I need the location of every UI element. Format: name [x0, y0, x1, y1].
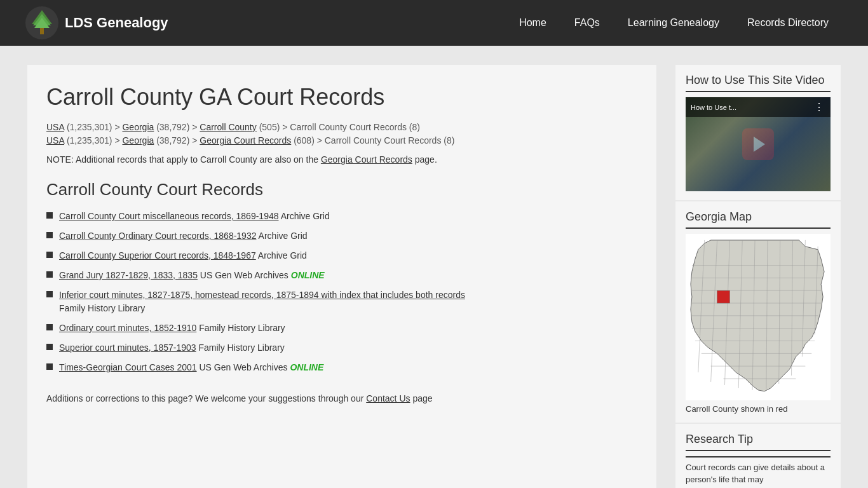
logo-area[interactable]: LDS Genealogy — [25, 6, 168, 39]
breadcrumb-usa-1[interactable]: USA — [46, 122, 64, 132]
video-section: How to Use This Site Video How to Use t.… — [675, 65, 841, 200]
contact-us-link[interactable]: Contact Us — [366, 393, 410, 403]
georgia-court-link[interactable]: Georgia Court Records — [321, 154, 412, 165]
list-item: Carroll County Superior Court records, 1… — [46, 249, 637, 262]
online-badge: ONLINE — [290, 362, 323, 372]
content-area: Carroll County GA Court Records USA (1,2… — [27, 65, 841, 488]
bullet-icon — [46, 344, 53, 350]
svg-rect-1 — [40, 28, 44, 34]
list-item: Ordinary court minutes, 1852-1910 Family… — [46, 322, 637, 335]
georgia-map — [686, 234, 831, 400]
bullet-icon — [46, 252, 53, 258]
bullet-icon — [46, 232, 53, 238]
video-thumbnail[interactable]: How to Use t... ⋮ — [686, 97, 831, 191]
breadcrumb-2: USA (1,235,301) > Georgia (38,792) > Geo… — [46, 135, 637, 146]
section-title: Carroll County Court Records — [46, 180, 637, 200]
bullet-icon — [46, 363, 53, 370]
video-overlay: How to Use t... ⋮ — [686, 97, 831, 117]
bullet-icon — [46, 324, 53, 330]
sidebar: How to Use This Site Video How to Use t.… — [675, 65, 841, 488]
bullet-icon — [46, 291, 53, 297]
page-title: Carroll County GA Court Records — [46, 84, 637, 111]
list-item: Inferior court minutes, 1827-1875, homes… — [46, 288, 637, 315]
list-item: Carroll County Court miscellaneous recor… — [46, 210, 637, 223]
record-link-8[interactable]: Times-Georgian Court Cases 2001 — [59, 362, 197, 372]
list-item: Carroll County Ordinary Court records, 1… — [46, 229, 637, 243]
list-item: Grand Jury 1827-1829, 1833, 1835 US Gen … — [46, 269, 637, 282]
record-link-4[interactable]: Grand Jury 1827-1829, 1833, 1835 — [59, 270, 198, 280]
map-section: Georgia Map — [675, 201, 841, 423]
video-overlay-title: How to Use t... — [691, 104, 736, 111]
records-list: Carroll County Court miscellaneous recor… — [46, 210, 637, 374]
nav-faqs[interactable]: FAQs — [560, 12, 614, 34]
record-link-5[interactable]: Inferior court minutes, 1827-1875, homes… — [59, 290, 465, 300]
record-link-1[interactable]: Carroll County Court miscellaneous recor… — [59, 211, 279, 221]
research-tip-section: Research Tip Court records can give deta… — [675, 424, 841, 488]
map-caption: Carroll County shown in red — [686, 404, 831, 414]
nav-records-dir[interactable]: Records Directory — [733, 12, 843, 34]
breadcrumb-ga-court[interactable]: Georgia Court Records — [200, 135, 291, 146]
bullet-icon — [46, 212, 53, 219]
online-badge: ONLINE — [291, 270, 325, 280]
note-text: NOTE: Additional records that apply to C… — [46, 154, 637, 165]
svg-rect-25 — [717, 290, 730, 303]
list-item: Superior court minutes, 1857-1903 Family… — [46, 341, 637, 355]
breadcrumb-usa-2[interactable]: USA — [46, 135, 64, 146]
research-tip-title: Research Tip — [686, 433, 831, 451]
breadcrumb-georgia-1[interactable]: Georgia — [122, 122, 154, 132]
map-section-title: Georgia Map — [686, 210, 831, 229]
nav-home[interactable]: Home — [505, 12, 560, 34]
georgia-map-svg — [686, 234, 831, 398]
record-link-6[interactable]: Ordinary court minutes, 1852-1910 — [59, 323, 196, 333]
site-header: LDS Genealogy Home FAQs Learning Genealo… — [0, 0, 868, 46]
bullet-icon — [46, 271, 53, 278]
research-tip-text: Court records can give details about a p… — [686, 456, 831, 486]
video-section-title: How to Use This Site Video — [686, 74, 831, 92]
video-menu-icon: ⋮ — [814, 101, 825, 113]
breadcrumb-1: USA (1,235,301) > Georgia (38,792) > Car… — [46, 122, 637, 132]
logo-text: LDS Genealogy — [65, 15, 168, 31]
breadcrumb-carroll-1[interactable]: Carroll County — [200, 122, 256, 132]
record-link-7[interactable]: Superior court minutes, 1857-1903 — [59, 342, 196, 353]
main-content: Carroll County GA Court Records USA (1,2… — [27, 65, 656, 488]
page-wrapper: Carroll County GA Court Records USA (1,2… — [0, 46, 868, 488]
additions-text: Additions or corrections to this page? W… — [46, 393, 637, 403]
main-nav: Home FAQs Learning Genealogy Records Dir… — [505, 12, 843, 34]
logo-tree-icon — [25, 6, 58, 39]
record-link-3[interactable]: Carroll County Superior Court records, 1… — [59, 250, 256, 261]
record-link-2[interactable]: Carroll County Ordinary Court records, 1… — [59, 231, 256, 241]
list-item: Times-Georgian Court Cases 2001 US Gen W… — [46, 361, 637, 374]
breadcrumb-georgia-2[interactable]: Georgia — [122, 135, 154, 146]
nav-learning[interactable]: Learning Genealogy — [614, 12, 733, 34]
